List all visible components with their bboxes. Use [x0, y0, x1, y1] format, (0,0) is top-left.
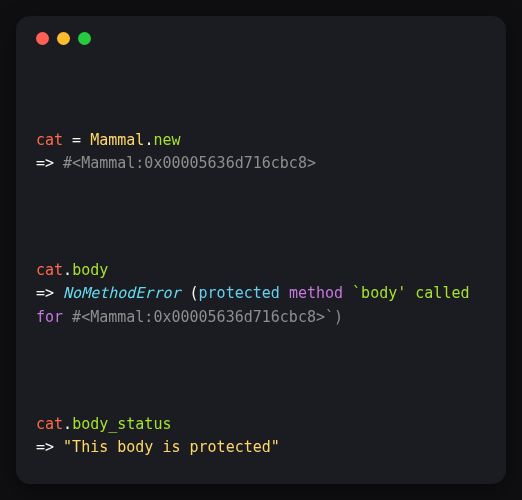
method: body_status — [72, 415, 171, 433]
keyword: method — [289, 284, 343, 302]
punct: . — [63, 261, 72, 279]
code-line-group: cat.body_status=> "This body is protecte… — [36, 413, 486, 460]
maximize-icon[interactable] — [78, 32, 91, 45]
class-name: Mammal — [90, 131, 144, 149]
arrow: => — [36, 284, 63, 302]
code-line-group: cat.body=> NoMethodError (protected meth… — [36, 259, 486, 329]
keyword: for — [36, 308, 63, 326]
code-block: cat = Mammal.new=> #<Mammal:0x00005636d7… — [36, 59, 486, 484]
variable: cat — [36, 261, 63, 279]
string-literal: "This body is protected" — [63, 438, 280, 456]
terminal-window: cat = Mammal.new=> #<Mammal:0x00005636d7… — [16, 16, 506, 484]
keyword: called — [415, 284, 478, 302]
method: new — [153, 131, 180, 149]
minimize-icon[interactable] — [57, 32, 70, 45]
variable: cat — [36, 415, 63, 433]
keyword: protected — [199, 284, 280, 302]
error-class: NoMethodError — [63, 284, 180, 302]
literal: `body' — [343, 284, 406, 302]
punct: . — [63, 415, 72, 433]
object-inspect: #<Mammal:0x00005636d716cbc8> — [63, 154, 316, 172]
variable: cat — [36, 131, 63, 149]
operator: = — [63, 131, 90, 149]
arrow: => — [36, 154, 63, 172]
method: body — [72, 261, 108, 279]
window-controls — [36, 32, 486, 45]
punct: ( — [181, 284, 199, 302]
object-inspect: #<Mammal:0x00005636d716cbc8>`) — [63, 308, 343, 326]
arrow: => — [36, 438, 63, 456]
close-icon[interactable] — [36, 32, 49, 45]
code-line-group: cat = Mammal.new=> #<Mammal:0x00005636d7… — [36, 129, 486, 176]
